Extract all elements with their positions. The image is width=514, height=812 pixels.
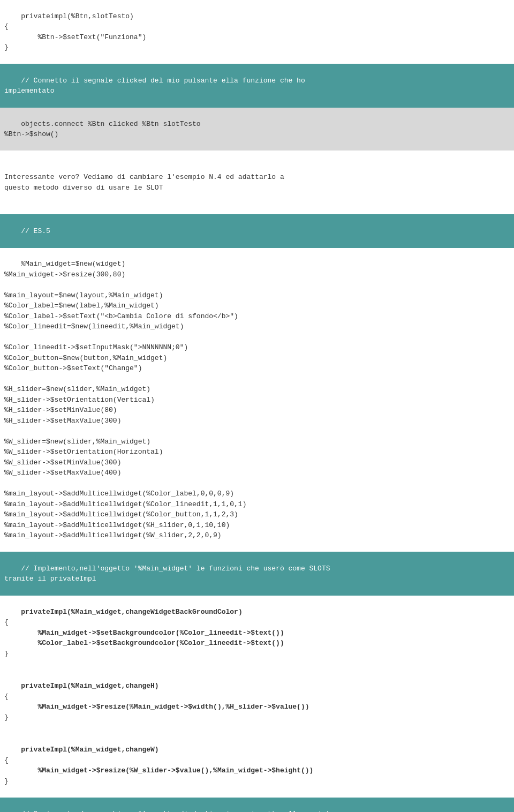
- code-line: // Connetto il segnale clicked del mio p…: [4, 77, 305, 95]
- section-comment-ovviamente: // Ovviamente devo cambiare l'oggetto di…: [0, 798, 514, 813]
- code-line: privateImpl(%Main_widget,changeW) { %Mai…: [4, 746, 313, 785]
- code-line: objects.connect %Btn clicked %Btn slotTe…: [4, 120, 201, 139]
- section-connect-btn: objects.connect %Btn clicked %Btn slotTe…: [0, 108, 514, 151]
- code-container: privateimpl(%Btn,slotTesto) { %Btn->$set…: [0, 0, 514, 812]
- code-line: privateImpl(%Main_widget,changeH) { %Mai…: [4, 682, 309, 721]
- section-comment-clicked: // Connetto il segnale clicked del mio p…: [0, 64, 514, 108]
- section-interesting: Interessante vero? Vediamo di cambiare l…: [0, 151, 514, 214]
- code-line: privateImpl(%Main_widget,changeWidgetBac…: [4, 608, 284, 658]
- section-privateimpl-color: privateImpl(%Main_widget,changeWidgetBac…: [0, 596, 514, 670]
- section-es5-header: // ES.5: [0, 214, 514, 248]
- code-line: // Ovviamente devo cambiare l'oggetto di…: [4, 810, 330, 812]
- section-privateimpl-changeh: privateImpl(%Main_widget,changeH) { %Mai…: [0, 670, 514, 734]
- section-privateimpl-btn: privateimpl(%Btn,slotTesto) { %Btn->$set…: [0, 0, 514, 64]
- section-privateimpl-changew: privateImpl(%Main_widget,changeW) { %Mai…: [0, 734, 514, 798]
- code-line: %Main_widget=$new(widget) %Main_widget->…: [4, 260, 246, 539]
- section-es5-code: %Main_widget=$new(widget) %Main_widget->…: [0, 248, 514, 552]
- code-line: privateimpl(%Btn,slotTesto) { %Btn->$set…: [4, 12, 146, 52]
- code-line: // ES.5: [21, 227, 50, 235]
- code-line: // Implemento,nell'oggetto '%Main_widget…: [4, 565, 330, 583]
- section-comment-implemento: // Implemento,nell'oggetto '%Main_widget…: [0, 552, 514, 596]
- code-line: Interessante vero? Vediamo di cambiare l…: [4, 173, 284, 192]
